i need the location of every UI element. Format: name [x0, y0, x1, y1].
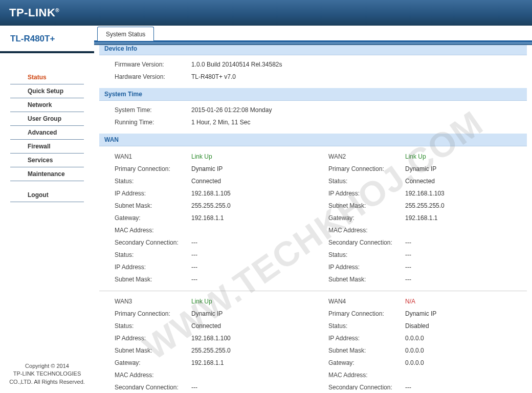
- label-mac: MAC Address:: [115, 227, 191, 234]
- sidebar-item-advanced[interactable]: Advanced: [10, 126, 84, 140]
- wan-row: WAN2Link Up: [328, 150, 527, 163]
- wan-row: Subnet Mask:---: [115, 273, 313, 286]
- label-mask: Subnet Mask:: [328, 202, 405, 209]
- nav: StatusQuick SetupNetworkUser GroupAdvanc…: [0, 55, 94, 202]
- wan-row: Secondary Connection:---: [115, 236, 313, 249]
- wan-row: Primary Connection:Dynamic IP: [115, 163, 313, 175]
- wan-row: Secondary Connection:---: [328, 236, 527, 249]
- label-mac: MAC Address:: [328, 372, 405, 379]
- label-mask: Subnet Mask:: [328, 347, 405, 354]
- sidebar-item-quick-setup[interactable]: Quick Setup: [10, 84, 84, 98]
- wan-row: IP Address:192.168.1.103: [328, 187, 527, 200]
- label-gw: Gateway:: [328, 359, 405, 366]
- label-mac: MAC Address:: [115, 372, 191, 379]
- value-sip: ---: [191, 264, 197, 271]
- wan-row: Status:Disabled: [328, 320, 527, 332]
- sidebar-item-network[interactable]: Network: [10, 98, 84, 112]
- wan-row: Primary Connection:Dynamic IP: [115, 308, 313, 320]
- value-gw: 0.0.0.0: [405, 359, 424, 366]
- section-device-info: Device Info: [99, 45, 527, 55]
- wan-row: IP Address:---: [328, 261, 527, 273]
- value-primary: Dynamic IP: [405, 310, 436, 317]
- value-primary: Dynamic IP: [191, 165, 223, 172]
- label-hardware: Hardware Version:: [115, 73, 191, 80]
- value-mask: 255.255.255.0: [405, 202, 445, 209]
- sidebar: TL-R480T+ StatusQuick SetupNetworkUser G…: [0, 26, 94, 393]
- label-mask: Subnet Mask:: [115, 202, 191, 209]
- wan-link-status: Link Up: [191, 153, 212, 160]
- label-status: Status:: [328, 178, 405, 185]
- value-status: Connected: [191, 178, 221, 185]
- brand-logo: TP-LINK®: [9, 6, 59, 19]
- wan-row: Gateway:192.168.1.1: [328, 212, 527, 224]
- sidebar-item-firewall[interactable]: Firewall: [10, 140, 84, 154]
- wan-name: WAN2: [328, 153, 405, 160]
- wan-row: Subnet Mask:0.0.0.0: [328, 344, 527, 357]
- wan-row: WAN1Link Up: [115, 150, 313, 163]
- wan-row: Gateway:0.0.0.0: [328, 357, 527, 369]
- label-secondary: Secondary Connection:: [328, 239, 405, 246]
- wan-row: IP Address:0.0.0.0: [328, 332, 527, 344]
- label-mask: Subnet Mask:: [115, 347, 191, 354]
- sidebar-item-maintenance[interactable]: Maintenance: [10, 167, 84, 181]
- wan-row: Gateway:192.168.1.1: [115, 212, 313, 224]
- section-system-time: System Time: [99, 88, 527, 101]
- value-hardware: TL-R480T+ v7.0: [191, 73, 236, 80]
- value-ip: 192.168.1.100: [191, 335, 231, 342]
- label-ip: IP Address:: [328, 335, 405, 342]
- wan-col-wan4: WAN4N/APrimary Connection:Dynamic IPStat…: [313, 291, 527, 390]
- label-runtime: Running Time:: [115, 119, 191, 126]
- label-gw: Gateway:: [115, 214, 191, 222]
- value-secondary: ---: [405, 384, 411, 390]
- wan-link-status: N/A: [405, 298, 415, 305]
- label-primary: Primary Connection:: [115, 310, 191, 317]
- label-smask: Subnet Mask:: [115, 276, 191, 283]
- wan-name: WAN3: [115, 298, 191, 305]
- label-gw: Gateway:: [115, 359, 191, 366]
- value-smask: ---: [405, 276, 411, 283]
- wan-row: IP Address:192.168.1.105: [115, 187, 313, 200]
- label-sstatus: Status:: [115, 251, 191, 258]
- label-sip: IP Address:: [115, 264, 191, 271]
- wan-row: Status:Connected: [328, 175, 527, 187]
- wan-row: IP Address:192.168.1.100: [115, 332, 313, 344]
- wan-row: MAC Address:: [328, 369, 527, 381]
- wan-row: Status:---: [115, 249, 313, 261]
- label-status: Status:: [328, 322, 405, 330]
- header-bar: TP-LINK®: [0, 0, 532, 26]
- label-secondary: Secondary Connection:: [115, 384, 191, 390]
- wan-row: IP Address:---: [115, 261, 313, 273]
- label-primary: Primary Connection:: [115, 165, 191, 172]
- wan-row: Primary Connection:Dynamic IP: [328, 163, 527, 175]
- kv-systime: System Time: 2015-01-26 01:22:08 Monday: [99, 104, 527, 116]
- label-status: Status:: [115, 322, 191, 330]
- wan-name: WAN4: [328, 298, 405, 305]
- value-mask: 255.255.255.0: [191, 347, 231, 354]
- wan-row: WAN3Link Up: [115, 295, 313, 308]
- label-ip: IP Address:: [328, 190, 405, 197]
- label-ip: IP Address:: [115, 335, 191, 342]
- sidebar-item-user-group[interactable]: User Group: [10, 112, 84, 126]
- value-gw: 192.168.1.1: [191, 214, 224, 222]
- copyright: Copyright © 2014TP-LINK TECHNOLOGIESCO.,…: [0, 362, 94, 386]
- kv-runtime: Running Time: 1 Hour, 2 Min, 11 Sec: [99, 116, 527, 128]
- label-primary: Primary Connection:: [328, 165, 405, 172]
- wan-row: WAN4N/A: [328, 295, 527, 308]
- model-label: TL-R480T+: [0, 26, 94, 53]
- value-secondary: ---: [405, 239, 411, 246]
- value-primary: Dynamic IP: [405, 165, 436, 172]
- sidebar-item-services[interactable]: Services: [10, 154, 84, 167]
- value-mask: 255.255.255.0: [191, 202, 231, 209]
- label-primary: Primary Connection:: [328, 310, 405, 317]
- sidebar-item-status[interactable]: Status: [10, 71, 84, 84]
- sidebar-item-logout[interactable]: Logout: [10, 188, 84, 202]
- tab-system-status[interactable]: System Status: [97, 27, 154, 41]
- wan-row: Subnet Mask:255.255.255.0: [328, 200, 527, 212]
- label-mac: MAC Address:: [328, 227, 405, 234]
- wan-row: Primary Connection:Dynamic IP: [328, 308, 527, 320]
- value-gw: 192.168.1.1: [405, 214, 437, 222]
- label-firmware: Firmware Version:: [115, 61, 191, 68]
- wan-row: Status:Connected: [115, 320, 313, 332]
- wan-row: MAC Address:: [115, 224, 313, 236]
- value-gw: 192.168.1.1: [191, 359, 224, 366]
